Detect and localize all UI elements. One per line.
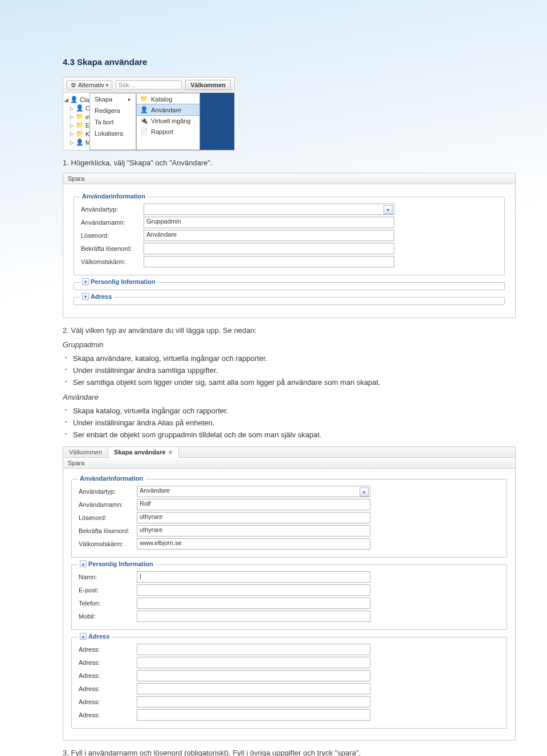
label-adress: Adress: (79, 712, 137, 718)
input-telefon[interactable] (137, 598, 370, 609)
anvandare-list: Skapa katalog, virtuella ingångar och ra… (63, 405, 516, 441)
user-icon: 👤 (140, 106, 148, 113)
legend-anvandarinfo: Användarinformation (80, 193, 148, 200)
collapse-icon: ▴ (80, 633, 87, 640)
label-namn: Namn: (79, 574, 137, 580)
tab-skapa-anvandare[interactable]: Skapa användare✕ (108, 447, 179, 458)
submenu-virtuell[interactable]: 🔌Virtuell ingång (137, 115, 199, 126)
list-item: Skapa katalog, virtuella ingångar och ra… (63, 405, 516, 417)
submenu-katalog[interactable]: 📁Katalog (137, 94, 199, 104)
user-icon: 👤 (70, 96, 78, 103)
select-anvandartyp[interactable]: Användare▾ (137, 486, 370, 497)
label-telefon: Telefon: (79, 600, 137, 607)
input-namn[interactable]: | (137, 571, 370, 583)
label-losenord: Lösenord: (79, 514, 137, 521)
input-adress[interactable] (137, 683, 370, 694)
input-bekrafta[interactable]: uthyrare (137, 525, 370, 536)
fieldset-personlig: ▴Personlig Information Namn:| E-post: Te… (71, 564, 507, 630)
content-area (200, 93, 234, 150)
label-bekrafta: Bekräfta lösenord: (81, 245, 144, 252)
screenshot-full-form: Välkommen Skapa användare✕ Spara Använda… (63, 446, 516, 741)
legend-adress[interactable]: ▾Adress (80, 293, 114, 300)
legend-personlig[interactable]: ▴Personlig Information (77, 560, 156, 567)
screenshot-user-form: Spara Användarinformation Användartyp:▾ … (63, 173, 516, 318)
legend-anvandarinfo: Användarinformation (77, 475, 145, 482)
submenu-rapport[interactable]: 📄Rapport (137, 126, 199, 137)
plug-icon: 🔌 (140, 117, 148, 124)
tab-valkommen[interactable]: Välkommen (63, 447, 108, 457)
label-adress: Adress: (79, 685, 137, 692)
alternativ-button[interactable]: ⚙ Alternativ ▾ (67, 80, 112, 90)
fieldset-adress: ▴Adress Adress: Adress: Adress: Adress: … (71, 637, 507, 729)
user-icon: 👤 (76, 104, 84, 112)
menu-tabort[interactable]: Ta bort (90, 116, 136, 128)
folder-icon: 📁 (76, 113, 84, 120)
chevron-down-icon: ▾ (106, 83, 108, 88)
label-valkomst: Välkomstskärm: (79, 540, 137, 547)
step-1: 1. Högerklicka, välj "Skapa" och "Använd… (63, 158, 516, 167)
context-menu: Skapa▸ Redigera Ta bort Lokalisera (89, 93, 136, 150)
input-mobil[interactable] (137, 611, 370, 622)
collapse-icon: ▴ (80, 560, 87, 567)
fieldset-personlig: ▾Personlig Information (74, 282, 505, 290)
label-valkomst: Välkomstskärm: (81, 258, 144, 265)
input-losenord[interactable]: uthyrare (137, 512, 370, 523)
gruppadmin-heading: Gruppadmin (63, 340, 516, 349)
list-item: Skapa användare, katalog, virtuella ingå… (63, 352, 516, 364)
chevron-down-icon: ▾ (360, 487, 369, 497)
folder-icon: 📁 (76, 130, 84, 137)
label-anvandartyp: Användartyp: (79, 488, 137, 495)
submenu-anvandare[interactable]: 👤Användare (136, 104, 200, 116)
input-anvandarnamn[interactable]: Rolf (137, 499, 370, 510)
toolbar-spara[interactable]: Spara (63, 458, 515, 469)
label-epost: E-post: (79, 587, 137, 594)
tab-valkommen[interactable]: Välkommen (185, 80, 231, 90)
menu-skapa[interactable]: Skapa▸ (90, 94, 136, 105)
label-anvandartyp: Användartyp: (81, 206, 144, 213)
input-losenord[interactable]: Användare (144, 230, 394, 241)
input-adress[interactable] (137, 657, 370, 668)
section-heading: 4.3 Skapa användare (63, 57, 516, 67)
legend-adress[interactable]: ▴Adress (77, 633, 112, 640)
search-input[interactable]: Sök… (116, 80, 182, 90)
label-anvandarnamn: Användarnamn: (79, 501, 137, 508)
input-valkomst[interactable] (144, 256, 394, 267)
folder-icon: 📁 (76, 121, 84, 129)
expand-icon: ▾ (82, 278, 89, 285)
menu-redigera[interactable]: Redigera (90, 105, 136, 116)
user-icon: 👤 (76, 139, 84, 146)
label-adress: Adress: (79, 698, 137, 705)
expand-icon: ▾ (82, 293, 89, 300)
input-epost[interactable] (137, 584, 370, 596)
anvandare-heading: Användare (63, 393, 516, 401)
input-anvandarnamn[interactable]: Gruppadmin (144, 217, 394, 228)
select-anvandartyp[interactable]: ▾ (144, 204, 394, 215)
gear-icon: ⚙ (71, 82, 76, 89)
fieldset-anvandarinfo: Användarinformation Användartyp:▾ Använd… (74, 197, 505, 275)
folder-icon: 📁 (140, 95, 148, 103)
input-adress[interactable] (137, 670, 370, 681)
report-icon: 📄 (140, 128, 148, 135)
input-bekrafta[interactable] (144, 243, 394, 254)
input-adress[interactable] (137, 644, 370, 655)
step-2: 2. Välj vilken typ av användare du vill … (63, 326, 516, 335)
list-item: Under inställningar ändra samtliga uppgi… (63, 364, 516, 376)
toolbar-spara[interactable]: Spara (63, 173, 515, 184)
list-item: Under inställningar ändra Alias på enhet… (63, 417, 516, 429)
label-adress: Adress: (79, 672, 137, 679)
input-adress[interactable] (137, 709, 370, 721)
list-item: Ser enbart de objekt som gruppadmin till… (63, 429, 516, 441)
input-adress[interactable] (137, 696, 370, 708)
input-valkomst[interactable]: www.elbjorn.se (137, 538, 370, 550)
label-losenord: Lösenord: (81, 232, 144, 239)
close-icon[interactable]: ✕ (168, 449, 173, 456)
submenu: 📁Katalog 👤Användare 🔌Virtuell ingång 📄Ra… (136, 93, 200, 150)
gruppadmin-list: Skapa användare, katalog, virtuella ingå… (63, 352, 516, 388)
fieldset-anvandarinfo: Användarinformation Användartyp:Användar… (71, 479, 507, 558)
menu-lokalisera[interactable]: Lokalisera (90, 128, 136, 139)
legend-personlig[interactable]: ▾Personlig Information (80, 278, 158, 285)
fieldset-adress: ▾Adress (74, 297, 505, 305)
chevron-down-icon: ▾ (383, 205, 393, 214)
screenshot-context-menu: ⚙ Alternativ ▾ Sök… Välkommen ◢👤Claes ▷👤… (63, 77, 235, 151)
step-3: 3. Fyll i användarnamn och lösenord (obl… (63, 749, 516, 756)
